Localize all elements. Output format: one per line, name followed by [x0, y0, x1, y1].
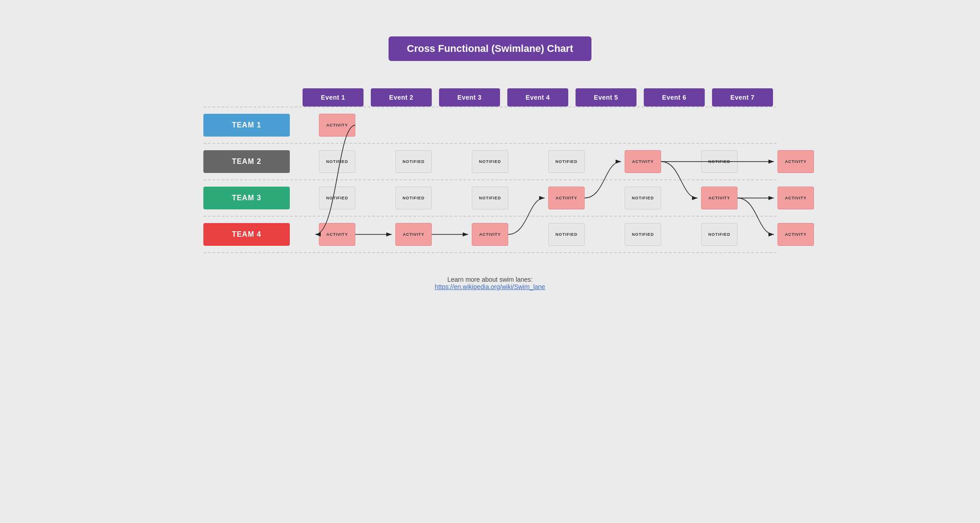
swimlane-team-1: TEAM 1ACTIVITY: [203, 107, 777, 143]
footer-section: Learn more about swim lanes: https://en.…: [435, 276, 546, 290]
chart-container: Event 1Event 2Event 3Event 4Event 5Event…: [203, 88, 777, 253]
notified-box-team2-event6: NOTIFIED: [701, 150, 738, 173]
notified-box-team3-event5: NOTIFIED: [625, 187, 661, 209]
cell-team2-event3: NOTIFIED: [455, 150, 525, 173]
footer-link[interactable]: https://en.wikipedia.org/wiki/Swim_lane: [435, 283, 546, 290]
activity-box-team4-event1: ACTIVITY: [319, 223, 355, 246]
activity-box-team3-event4: ACTIVITY: [548, 187, 585, 209]
cell-team4-event1: ACTIVITY: [303, 223, 372, 246]
cell-team2-event6: NOTIFIED: [685, 150, 754, 173]
page-title: Cross Functional (Swimlane) Chart: [389, 36, 591, 61]
activity-box-team1-event1: ACTIVITY: [319, 114, 355, 137]
cell-team1-event1: ACTIVITY: [303, 114, 372, 137]
activity-box-team4-event7: ACTIVITY: [778, 223, 814, 246]
team-label-3: TEAM 3: [203, 187, 290, 209]
team-label-2: TEAM 2: [203, 150, 290, 173]
notified-box-team3-event1: NOTIFIED: [319, 187, 355, 209]
activity-box-team4-event2: ACTIVITY: [395, 223, 432, 246]
cells-row-team-1: ACTIVITY: [299, 114, 834, 137]
event-header-3: Event 3: [439, 88, 500, 107]
activity-box-team3-event6: ACTIVITY: [701, 187, 738, 209]
cell-team3-event2: NOTIFIED: [379, 187, 448, 209]
event-header-5: Event 5: [576, 88, 636, 107]
cell-team3-event7: ACTIVITY: [761, 187, 830, 209]
notified-box-team4-event5: NOTIFIED: [625, 223, 661, 246]
team-label-1: TEAM 1: [203, 114, 290, 137]
team-label-4: TEAM 4: [203, 223, 290, 246]
cell-team1-event3: [455, 114, 525, 137]
cell-team4-event7: ACTIVITY: [761, 223, 830, 246]
activity-box-team2-event7: ACTIVITY: [778, 150, 814, 173]
cell-team4-event4: NOTIFIED: [532, 223, 601, 246]
event-header-1: Event 1: [303, 88, 364, 107]
notified-box-team2-event3: NOTIFIED: [472, 150, 508, 173]
notified-box-team3-event2: NOTIFIED: [395, 187, 432, 209]
swimlane-team-4: TEAM 4ACTIVITYACTIVITYACTIVITYNOTIFIEDNO…: [203, 216, 777, 253]
cell-team3-event1: NOTIFIED: [303, 187, 372, 209]
event-header-2: Event 2: [371, 88, 432, 107]
cell-team3-event3: NOTIFIED: [455, 187, 525, 209]
cell-team3-event6: ACTIVITY: [685, 187, 754, 209]
notified-box-team4-event6: NOTIFIED: [701, 223, 738, 246]
footer-text: Learn more about swim lanes:: [447, 276, 533, 283]
notified-box-team2-event1: NOTIFIED: [319, 150, 355, 173]
activity-box-team3-event7: ACTIVITY: [778, 187, 814, 209]
cell-team4-event6: NOTIFIED: [685, 223, 754, 246]
cells-row-team-4: ACTIVITYACTIVITYACTIVITYNOTIFIEDNOTIFIED…: [299, 223, 834, 246]
cell-team1-event4: [532, 114, 601, 137]
cell-team1-event5: [608, 114, 677, 137]
notified-box-team4-event4: NOTIFIED: [548, 223, 585, 246]
cell-team4-event5: NOTIFIED: [608, 223, 677, 246]
cell-team1-event6: [685, 114, 754, 137]
activity-box-team4-event3: ACTIVITY: [472, 223, 508, 246]
cells-row-team-2: NOTIFIEDNOTIFIEDNOTIFIEDNOTIFIEDACTIVITY…: [299, 150, 834, 173]
activity-box-team2-event5: ACTIVITY: [625, 150, 661, 173]
cell-team3-event5: NOTIFIED: [608, 187, 677, 209]
cell-team3-event4: ACTIVITY: [532, 187, 601, 209]
event-header-4: Event 4: [507, 88, 568, 107]
cell-team1-event2: [379, 114, 448, 137]
cells-row-team-3: NOTIFIEDNOTIFIEDNOTIFIEDACTIVITYNOTIFIED…: [299, 187, 834, 209]
notified-box-team3-event3: NOTIFIED: [472, 187, 508, 209]
swimlane-team-3: TEAM 3NOTIFIEDNOTIFIEDNOTIFIEDACTIVITYNO…: [203, 179, 777, 216]
cell-team2-event2: NOTIFIED: [379, 150, 448, 173]
cell-team4-event3: ACTIVITY: [455, 223, 525, 246]
event-header-6: Event 6: [644, 88, 705, 107]
cell-team2-event7: ACTIVITY: [761, 150, 830, 173]
cell-team1-event7: [761, 114, 830, 137]
cell-team2-event5: ACTIVITY: [608, 150, 677, 173]
cell-team2-event1: NOTIFIED: [303, 150, 372, 173]
cell-team2-event4: NOTIFIED: [532, 150, 601, 173]
event-header-7: Event 7: [712, 88, 773, 107]
events-row: Event 1Event 2Event 3Event 4Event 5Event…: [299, 88, 777, 107]
swimlane-team-2: TEAM 2NOTIFIEDNOTIFIEDNOTIFIEDNOTIFIEDAC…: [203, 143, 777, 179]
notified-box-team2-event2: NOTIFIED: [395, 150, 432, 173]
notified-box-team2-event4: NOTIFIED: [548, 150, 585, 173]
cell-team4-event2: ACTIVITY: [379, 223, 448, 246]
